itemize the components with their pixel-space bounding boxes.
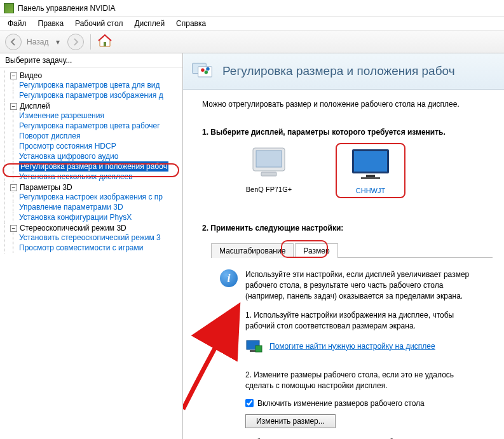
svg-point-5 — [206, 67, 209, 71]
main-panel: Регулировка размера и положения рабоч Мо… — [183, 53, 504, 439]
svg-point-4 — [205, 71, 208, 74]
svg-rect-11 — [366, 175, 375, 177]
monitor-lcd-icon — [348, 148, 393, 180]
display-label-chhwjt: CHHWJT — [342, 187, 399, 194]
tree-item-physx[interactable]: Установка конфигурации PhysX — [19, 213, 132, 222]
toolbar: Назад ▾ — [0, 30, 504, 53]
display-option-chhwjt[interactable]: CHHWJT — [336, 143, 405, 198]
window-title: Панель управления NVIDIA — [18, 4, 116, 13]
svg-rect-7 — [256, 151, 282, 167]
mode-label: Выберите режим изменения размера рабочег… — [245, 437, 484, 439]
back-label: Назад — [27, 37, 48, 46]
svg-rect-0 — [104, 42, 106, 46]
tree-group-3d[interactable]: Параметры 3D — [20, 183, 72, 192]
tree-item-rotate[interactable]: Поворот дисплея — [19, 132, 81, 140]
tab-size[interactable]: Размер — [295, 243, 337, 258]
sidebar: Выберите задачу... −Видео Регулировка па… — [0, 53, 183, 439]
tree-toggle-3d[interactable]: − — [10, 184, 17, 191]
tree-toggle-video[interactable]: − — [10, 72, 17, 79]
tree-item-multi-display[interactable]: Установка нескольких дисплеев — [19, 172, 133, 181]
tree-item-resolution[interactable]: Изменение разрешения — [19, 111, 104, 120]
tree-item-digital-audio[interactable]: Установка цифрового аудио — [19, 152, 118, 161]
tree-item-3d-manage[interactable]: Управление параметрами 3D — [19, 203, 123, 212]
back-dropdown-icon[interactable]: ▾ — [56, 37, 60, 46]
forward-button[interactable] — [67, 34, 84, 50]
display-help-icon — [245, 339, 263, 353]
monitor-crt-icon — [247, 147, 291, 179]
info-icon: i — [220, 269, 238, 287]
tree-group-display[interactable]: Дисплей — [20, 102, 50, 111]
tree-item-desktop-color[interactable]: Регулировка параметров цвета рабочег — [19, 121, 160, 130]
tree-item-video-color[interactable]: Регулировка параметров цвета для вид — [19, 81, 160, 90]
task-tree: −Видео Регулировка параметров цвета для … — [0, 68, 182, 256]
enable-resize-checkbox[interactable] — [245, 399, 254, 407]
menu-desktop[interactable]: Рабочий стол — [70, 18, 128, 29]
svg-point-3 — [201, 69, 204, 72]
section1-title: 1. Выберите дисплей, параметры которого … — [202, 128, 493, 137]
menu-help[interactable]: Справка — [171, 18, 211, 29]
display-option-benq[interactable]: BenQ FP71G+ — [234, 147, 304, 198]
tree-item-video-image[interactable]: Регулировка параметров изображения д — [19, 91, 163, 100]
tree-item-3d-image[interactable]: Регулировка настроек изображения с пр — [19, 192, 163, 201]
tab-scaling[interactable]: Масштабирование — [211, 243, 294, 258]
menu-file[interactable]: Файл — [3, 18, 32, 29]
tree-group-video[interactable]: Видео — [20, 71, 42, 80]
home-icon — [97, 34, 112, 48]
tree-item-stereo-setup[interactable]: Установить стереоскопический режим 3 — [19, 233, 161, 242]
nvidia-app-icon — [4, 3, 14, 13]
resize-button[interactable]: Изменить размер... — [245, 414, 336, 428]
svg-rect-10 — [354, 151, 387, 172]
tree-toggle-display[interactable]: − — [10, 103, 17, 110]
tree-group-stereo[interactable]: Стереоскопический режим 3D — [20, 224, 126, 233]
step1-text: 1. Используйте настройки изображения на … — [245, 310, 484, 332]
tree-item-game-compat[interactable]: Просмотр совместимости с играми — [19, 243, 143, 252]
menu-edit[interactable]: Правка — [33, 18, 69, 29]
page-title: Регулировка размера и положения рабоч — [222, 64, 455, 78]
settings-panel: i Используйте эти настройки, если диспле… — [211, 258, 493, 439]
help-link[interactable]: Помогите найти нужную настройку на диспл… — [269, 341, 435, 352]
menu-bar: Файл Правка Рабочий стол Дисплей Справка — [0, 17, 504, 30]
back-button[interactable] — [5, 34, 22, 50]
arrow-left-icon — [9, 37, 18, 46]
info-text: Используйте эти настройки, если дисплей … — [245, 269, 484, 301]
svg-rect-15 — [255, 346, 262, 352]
home-button[interactable] — [97, 34, 112, 50]
settings-tabs: Масштабирование Размер — [211, 243, 493, 258]
section2-title: 2. Применить следующие настройки: — [202, 224, 493, 233]
arrow-right-icon — [71, 37, 80, 46]
sidebar-header: Выберите задачу... — [0, 53, 182, 68]
svg-rect-12 — [361, 177, 380, 179]
menu-display[interactable]: Дисплей — [129, 18, 170, 29]
page-description: Можно отрегулировать размер и положение … — [202, 100, 493, 109]
main-header: Регулировка размера и положения рабоч — [183, 53, 504, 90]
display-settings-icon — [191, 60, 214, 83]
toolbar-separator — [90, 34, 91, 50]
tree-toggle-stereo[interactable]: − — [10, 225, 17, 232]
svg-rect-8 — [261, 172, 276, 176]
display-selector: BenQ FP71G+ CHHWJT — [234, 147, 493, 198]
window-titlebar: Панель управления NVIDIA — [0, 0, 504, 17]
step2-text: 2. Измените размеры рабочего стола, если… — [245, 370, 484, 391]
tree-item-size-position[interactable]: Регулировка размера и положения рабоч — [19, 161, 168, 172]
enable-resize-label: Включить изменение размеров рабочего сто… — [257, 399, 425, 408]
tree-item-hdcp[interactable]: Просмотр состояния HDCP — [19, 142, 116, 151]
display-label-benq: BenQ FP71G+ — [234, 186, 304, 193]
